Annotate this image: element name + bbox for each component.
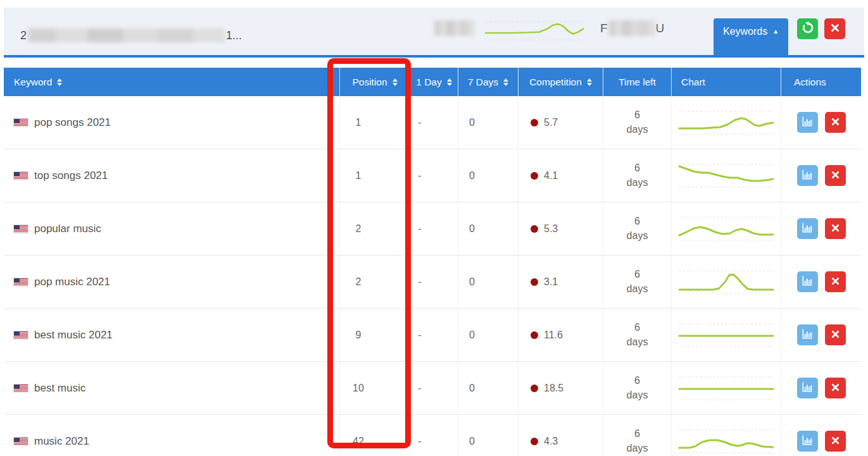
- time-left-cell: 6 days: [603, 415, 672, 456]
- keyword-label: best music 2021: [34, 329, 113, 342]
- competition-dot-icon: [531, 385, 538, 392]
- keyword-label: best music: [34, 382, 85, 395]
- delete-keyword-button[interactable]: [825, 165, 846, 186]
- us-flag-icon: [14, 385, 28, 392]
- seven-day-change-cell: 0: [458, 202, 519, 255]
- overview-sparkline: [484, 17, 584, 45]
- position-cell: 2: [340, 256, 410, 308]
- site-label: F U: [600, 20, 664, 36]
- chart-cell: [672, 256, 781, 308]
- redacted-metric: [434, 20, 475, 36]
- table-row: top songs 2021 1 - 0 4.1 6 days: [4, 149, 861, 202]
- keyword-rank-tracker: 2 1... F U Keywords ▲: [0, 0, 868, 456]
- time-left-cell: 6 days: [603, 256, 672, 308]
- competition-cell: 5.7: [519, 96, 603, 149]
- keyword-cell: pop songs 2021: [4, 96, 340, 149]
- seven-day-change-cell: 0: [458, 362, 519, 414]
- keyword-label: music 2021: [34, 435, 89, 448]
- position-cell: 1: [340, 96, 410, 149]
- bar-chart-icon: [801, 115, 814, 130]
- chart-cell: [672, 415, 781, 456]
- time-left-cell: 6 days: [603, 362, 672, 414]
- open-chart-button[interactable]: [797, 431, 818, 452]
- keyword-cell: best music 2021: [4, 309, 340, 361]
- open-chart-button[interactable]: [797, 324, 818, 345]
- column-header-keyword[interactable]: Keyword: [4, 68, 340, 96]
- us-flag-icon: [14, 225, 28, 233]
- open-chart-button[interactable]: [797, 271, 818, 292]
- bar-chart-icon: [801, 221, 814, 236]
- actions-cell: [781, 96, 861, 149]
- table-row: pop music 2021 2 - 0 3.1 6 days: [4, 256, 861, 309]
- project-title: 2 1...: [20, 28, 242, 42]
- competition-value: 4.3: [544, 436, 558, 447]
- keyword-label: popular music: [34, 223, 101, 235]
- time-left-cell: 6 days: [603, 149, 672, 202]
- time-left-value: 6: [634, 427, 640, 441]
- delete-keyword-button[interactable]: [825, 431, 846, 452]
- us-flag-icon: [14, 331, 28, 339]
- position-cell: 9: [340, 309, 410, 361]
- position-cell: 10: [340, 362, 410, 414]
- delete-keyword-button[interactable]: [825, 112, 846, 133]
- competition-dot-icon: [531, 119, 538, 126]
- column-header-competition[interactable]: Competition: [519, 68, 603, 96]
- seven-day-change-cell: 0: [458, 415, 519, 456]
- project-title-suffix: 1...: [226, 29, 242, 42]
- column-header-position[interactable]: Position: [340, 68, 410, 96]
- redacted-project-name: [28, 28, 225, 42]
- competition-dot-icon: [531, 225, 538, 233]
- open-chart-button[interactable]: [797, 112, 818, 133]
- competition-cell: 3.1: [519, 256, 603, 308]
- delete-keyword-button[interactable]: [825, 271, 846, 292]
- one-day-change-cell: -: [410, 202, 458, 255]
- chart-cell: [672, 202, 781, 255]
- rank-history-sparkline: [678, 371, 774, 406]
- open-chart-button[interactable]: [797, 378, 818, 398]
- column-header-7days[interactable]: 7 Days: [458, 68, 519, 96]
- close-icon: [830, 116, 841, 129]
- competition-cell: 5.3: [519, 202, 603, 255]
- one-day-change-cell: -: [410, 149, 458, 202]
- delete-keyword-button[interactable]: [825, 378, 846, 398]
- time-left-cell: 6 days: [603, 96, 672, 149]
- close-project-button[interactable]: [824, 18, 845, 39]
- open-chart-button[interactable]: [797, 218, 818, 239]
- column-header-time-left: Time left: [603, 68, 672, 96]
- time-left-unit: days: [627, 282, 648, 296]
- time-left-cell: 6 days: [603, 202, 672, 255]
- competition-dot-icon: [531, 438, 538, 445]
- table-body: pop songs 2021 1 - 0 5.7 6 days: [4, 96, 861, 456]
- open-chart-button[interactable]: [797, 165, 818, 186]
- competition-cell: 18.5: [519, 362, 603, 414]
- competition-value: 18.5: [544, 383, 563, 394]
- competition-dot-icon: [531, 172, 538, 180]
- keywords-dropdown-button[interactable]: Keywords ▲: [714, 18, 788, 56]
- seven-day-change-cell: 0: [458, 256, 519, 308]
- chart-cell: [672, 149, 781, 202]
- seven-day-change-cell: 0: [458, 309, 519, 361]
- column-header-1day[interactable]: 1 Day: [410, 68, 458, 96]
- competition-cell: 11.6: [519, 309, 603, 361]
- rank-history-sparkline: [678, 211, 774, 247]
- delete-keyword-button[interactable]: [825, 324, 846, 345]
- refresh-icon: [801, 21, 815, 37]
- one-day-change-cell: -: [410, 415, 458, 456]
- time-left-value: 6: [634, 321, 640, 335]
- rank-history-sparkline: [678, 105, 774, 140]
- refresh-button[interactable]: [797, 18, 818, 39]
- seven-day-change-cell: 0: [458, 149, 519, 202]
- bar-chart-icon: [801, 381, 814, 395]
- us-flag-icon: [14, 172, 28, 180]
- actions-cell: [781, 309, 861, 361]
- keyword-cell: best music: [4, 362, 340, 414]
- us-flag-icon: [14, 119, 28, 126]
- project-title-prefix: 2: [20, 29, 27, 42]
- actions-cell: [781, 362, 861, 414]
- chart-cell: [672, 362, 781, 414]
- one-day-change-cell: -: [410, 256, 458, 308]
- competition-value: 11.6: [544, 330, 563, 341]
- time-left-value: 6: [634, 214, 640, 228]
- time-left-unit: days: [627, 176, 648, 190]
- delete-keyword-button[interactable]: [825, 218, 846, 239]
